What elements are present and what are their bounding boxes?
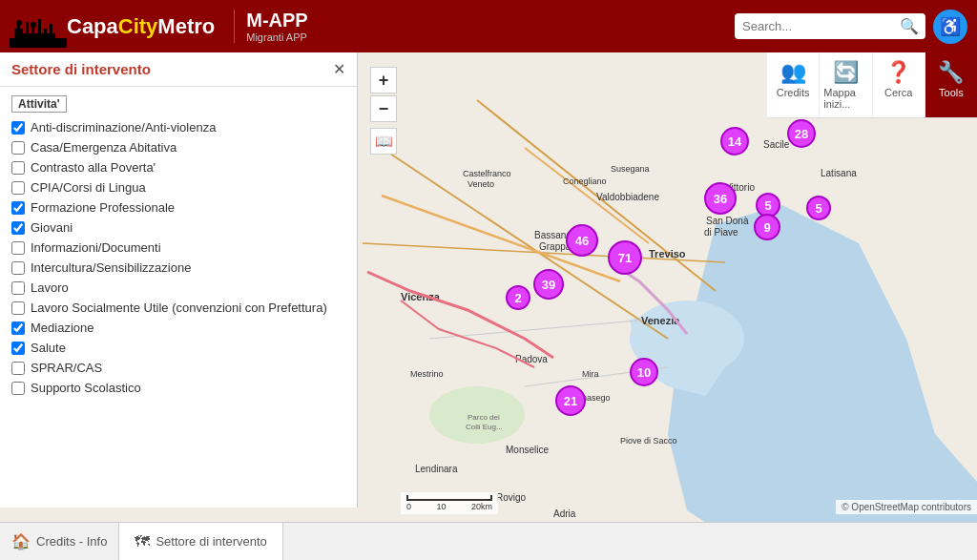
- svg-text:Adria: Adria: [553, 508, 576, 519]
- checkbox-info[interactable]: [11, 241, 25, 255]
- zoom-in-button[interactable]: +: [370, 67, 397, 93]
- checkbox-formazione[interactable]: [11, 201, 25, 215]
- app-title: M-APP: [246, 10, 307, 31]
- zoom-out-button[interactable]: −: [370, 95, 397, 122]
- search-area: 🔍 ♿: [735, 10, 977, 44]
- logo-area: CapaCityMetro: [0, 5, 224, 48]
- list-item: Giovani: [11, 220, 345, 235]
- checkbox-casa[interactable]: [11, 141, 25, 155]
- list-item: Salute: [11, 341, 345, 355]
- credits-icon: 👥: [780, 60, 806, 85]
- list-item: Supporto Scolastico: [11, 381, 345, 395]
- label-lavoro: Lavoro: [31, 280, 69, 295]
- scale-labels: 0 10 20km: [406, 502, 492, 511]
- logo-text: CapaCityMetro: [67, 16, 215, 37]
- toolbar-item-tools[interactable]: 🔧Tools: [925, 52, 977, 117]
- svg-text:Valdobbiadene: Valdobbiadene: [596, 192, 659, 202]
- sidebar-close-button[interactable]: ✕: [333, 60, 345, 78]
- label-salute: Salute: [31, 341, 66, 355]
- accessibility-button[interactable]: ♿: [933, 10, 967, 44]
- mappa-icon: 🔄: [833, 60, 859, 85]
- list-item: SPRAR/CAS: [11, 361, 345, 375]
- svg-text:Conegliano: Conegliano: [563, 176, 607, 186]
- app-subtitle: Migranti APP: [246, 31, 307, 43]
- svg-text:Rovigo: Rovigo: [496, 492, 527, 503]
- checkbox-contrasto[interactable]: [11, 161, 25, 175]
- checkbox-lavoro-soc[interactable]: [11, 301, 25, 315]
- search-input[interactable]: [742, 19, 900, 33]
- cluster-c12[interactable]: 21: [555, 385, 586, 416]
- osm-attribution: © OpenStreetMap contributors: [836, 500, 977, 514]
- checkbox-supporto[interactable]: [11, 382, 25, 395]
- checkbox-mediazione[interactable]: [11, 321, 25, 335]
- toolbar-panel: 👥Credits🔄Mappa inizi...❓Cerca🔧Tools: [767, 52, 977, 118]
- svg-text:Castelfranco: Castelfranco: [463, 169, 511, 178]
- cluster-c1[interactable]: 14: [720, 127, 749, 156]
- cluster-c10[interactable]: 2: [506, 285, 530, 310]
- checkbox-intercultura[interactable]: [11, 261, 25, 275]
- logo-icon: [10, 5, 67, 48]
- cluster-c6[interactable]: 9: [754, 214, 780, 240]
- toolbar-item-cerca[interactable]: ❓Cerca: [873, 52, 925, 117]
- credits-label: Credits: [777, 87, 810, 98]
- svg-text:Latisana: Latisana: [821, 168, 857, 178]
- checkbox-sprar[interactable]: [11, 362, 25, 375]
- svg-text:Piove di Sacco: Piove di Sacco: [620, 436, 677, 446]
- svg-text:Mestrino: Mestrino: [410, 369, 444, 379]
- list-item: Casa/Emergenza Abitativa: [11, 140, 345, 155]
- cerca-icon: ❓: [885, 60, 911, 85]
- list-item: Formazione Professionale: [11, 200, 345, 215]
- bottom-bar: 🏠 Credits - Info 🗺 Settore di intervento: [0, 522, 977, 560]
- section-label: Attivita': [11, 95, 67, 113]
- tools-icon: 🔧: [938, 60, 964, 85]
- search-button[interactable]: 🔍: [900, 17, 919, 35]
- app-title-area: M-APP Migranti APP: [234, 10, 307, 43]
- list-item: Lavoro: [11, 280, 345, 295]
- label-casa: Casa/Emergenza Abitativa: [31, 140, 177, 155]
- cluster-c5[interactable]: 5: [806, 196, 831, 220]
- label-intercultura: Intercultura/Sensibilizzazione: [31, 260, 191, 275]
- cluster-c9[interactable]: 39: [533, 269, 564, 300]
- logo-name: CapaCityMetro: [67, 16, 215, 37]
- sidebar-header: Settore di intervento ✕: [0, 52, 357, 87]
- checkbox-giovani[interactable]: [11, 221, 25, 235]
- cluster-c7[interactable]: 46: [566, 224, 598, 257]
- label-cpia: CPIA/Corsi di Lingua: [31, 180, 146, 195]
- list-item: Informazioni/Documenti: [11, 240, 345, 255]
- list-item: Mediazione: [11, 321, 345, 335]
- label-anti-disc: Anti-discriminazione/Anti-violenza: [31, 120, 216, 135]
- home-icon: 🏠: [11, 532, 31, 550]
- checkbox-cpia[interactable]: [11, 181, 25, 195]
- svg-text:Sacile: Sacile: [763, 139, 790, 150]
- legend-button[interactable]: 📖: [370, 128, 397, 155]
- svg-text:San Donà: San Donà: [706, 216, 749, 226]
- list-item: Anti-discriminazione/Anti-violenza: [11, 120, 345, 135]
- svg-text:Susegana: Susegana: [611, 164, 650, 174]
- toolbar-item-credits[interactable]: 👥Credits: [767, 52, 820, 117]
- checkbox-anti-disc[interactable]: [11, 121, 25, 135]
- bottom-settore-button[interactable]: 🗺 Settore di intervento: [119, 523, 282, 560]
- svg-text:Colli Eug...: Colli Eug...: [466, 423, 503, 431]
- list-item: Lavoro Socialmente Utile (convenzioni co…: [11, 301, 345, 315]
- svg-point-3: [31, 22, 36, 28]
- mappa-label: Mappa inizi...: [823, 87, 867, 110]
- cluster-c8[interactable]: 71: [608, 240, 642, 275]
- cluster-c11[interactable]: 10: [630, 358, 658, 386]
- svg-text:Mira: Mira: [582, 369, 599, 379]
- scale-ruler: [406, 495, 492, 501]
- checkbox-list: Anti-discriminazione/Anti-violenzaCasa/E…: [11, 120, 345, 395]
- label-lavoro-soc: Lavoro Socialmente Utile (convenzioni co…: [31, 301, 327, 315]
- checkbox-lavoro[interactable]: [11, 281, 25, 295]
- cluster-c3[interactable]: 36: [704, 182, 737, 215]
- cluster-c2[interactable]: 28: [787, 119, 816, 148]
- label-info: Informazioni/Documenti: [31, 240, 161, 255]
- checkbox-salute[interactable]: [11, 342, 25, 355]
- list-item: CPIA/Corsi di Lingua: [11, 180, 345, 195]
- scale-bar: 0 10 20km: [401, 492, 498, 514]
- sidebar-panel: Settore di intervento ✕ Attivita' Anti-d…: [0, 52, 358, 508]
- sidebar-content[interactable]: Attivita' Anti-discriminazione/Anti-viol…: [0, 87, 357, 508]
- bottom-credits-button[interactable]: 🏠 Credits - Info: [0, 523, 119, 560]
- svg-text:Vicenza: Vicenza: [401, 291, 441, 302]
- map-controls: + − 📖: [370, 67, 397, 155]
- toolbar-item-mappa[interactable]: 🔄Mappa inizi...: [820, 52, 872, 117]
